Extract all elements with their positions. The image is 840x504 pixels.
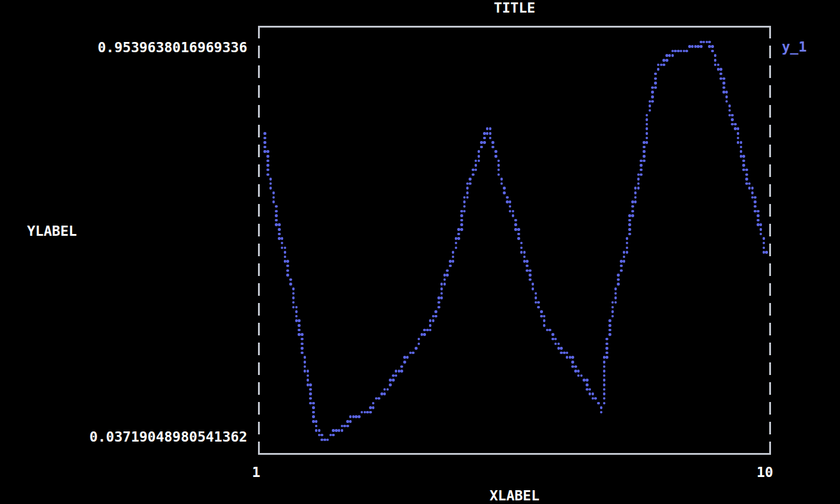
series-data-dot [611, 306, 614, 309]
series-data-dot [446, 274, 449, 277]
series-data-dot [346, 425, 349, 428]
series-data-dot [529, 274, 532, 277]
series-data-dot [634, 200, 637, 203]
series-data-dot [263, 141, 266, 144]
series-data-dot [623, 260, 626, 263]
series-data-dot [614, 292, 617, 295]
series-data-dot [734, 123, 737, 126]
series-data-dot [440, 287, 443, 290]
series-data-dot [278, 223, 281, 226]
series-data-dot [304, 356, 307, 359]
series-data-dot [489, 132, 492, 135]
series-data-dot [520, 242, 523, 245]
series-data-dot [617, 283, 620, 286]
series-data-dot [589, 392, 592, 395]
series-data-dot [649, 104, 652, 107]
series-data-dot [440, 292, 443, 295]
series-data-dot [449, 260, 452, 263]
series-data-dot [637, 178, 640, 181]
series-data-dot [640, 173, 643, 176]
series-data-dot [760, 233, 763, 236]
series-data-dot [460, 219, 463, 222]
series-data-dot [603, 365, 606, 368]
series-data-dot [486, 132, 489, 135]
series-data-dot [631, 210, 634, 213]
series-data-dot [377, 397, 380, 400]
series-data-dot [703, 41, 706, 44]
series-data-dot [551, 333, 554, 336]
series-data-dot [475, 164, 478, 167]
series-data-dot [292, 306, 295, 309]
series-data-dot [737, 132, 740, 135]
series-data-dot [292, 287, 295, 290]
series-data-dot [463, 200, 466, 203]
series-data-dot [748, 182, 751, 185]
series-data-dot [728, 104, 731, 107]
series-data-dot [418, 343, 421, 346]
series-data-dot [603, 374, 606, 377]
series-data-dot [586, 379, 589, 382]
y-axis-title: YLABEL [27, 223, 77, 239]
series-data-dot [626, 242, 629, 245]
series-data-dot [634, 187, 637, 190]
series-data-dot [731, 114, 734, 117]
series-data-dot [500, 178, 503, 181]
series-data-dot [457, 237, 460, 240]
series-data-dot [275, 210, 278, 213]
series-data-dot [298, 324, 301, 327]
series-data-dot [312, 420, 315, 423]
series-data-dot [429, 329, 432, 332]
series-data-dot [520, 251, 523, 254]
series-data-dot [284, 251, 287, 254]
series-data-dot [745, 178, 748, 181]
series-data-dot [472, 173, 475, 176]
series-data-dot [722, 82, 725, 85]
series-data-dot [537, 301, 540, 304]
series-data-dot [737, 137, 740, 140]
series-data-dot [309, 388, 312, 391]
series-data-dot [266, 173, 269, 176]
series-data-dot [315, 420, 318, 423]
series-data-dot [605, 352, 608, 355]
series-data-dot [460, 214, 463, 217]
series-data-dot [634, 191, 637, 194]
series-data-dot [318, 429, 321, 432]
series-data-dot [392, 379, 395, 382]
series-data-dot [714, 59, 717, 62]
series-data-dot [760, 228, 763, 231]
series-data-dot [586, 388, 589, 391]
series-data-dot [614, 287, 617, 290]
series-data-dot [403, 356, 406, 359]
series-data-dot [269, 187, 272, 190]
series-data-dot [646, 132, 649, 135]
series-data-dot [332, 434, 335, 437]
series-data-dot [434, 310, 437, 313]
series-data-dot [349, 415, 352, 418]
series-data-dot [269, 182, 272, 185]
series-data-dot [478, 160, 481, 163]
series-data-dot [460, 228, 463, 231]
series-data-dot [603, 383, 606, 386]
series-data-dot [284, 256, 287, 259]
series-data-dot [263, 132, 266, 135]
series-data-dot [432, 319, 435, 322]
series-data-dot [725, 91, 728, 94]
series-data-dot [643, 150, 646, 153]
series-data-dot [605, 356, 608, 359]
x-axis-max-tick: 10 [757, 464, 773, 480]
series-data-dot [412, 352, 415, 355]
series-data-dot [760, 223, 763, 226]
series-data-dot [537, 306, 540, 309]
series-data-dot [571, 361, 574, 364]
series-data-dot [307, 379, 310, 382]
series-data-dot [369, 406, 372, 409]
series-data-dot [671, 54, 674, 57]
series-data-dot [295, 310, 298, 313]
series-data-dot [605, 347, 608, 350]
series-data-dot [469, 182, 472, 185]
series-data-dot [623, 256, 626, 259]
series-data-dot [603, 392, 606, 395]
series-data-dot [281, 237, 284, 240]
series-data-dot [503, 191, 506, 194]
series-data-dot [628, 219, 631, 222]
